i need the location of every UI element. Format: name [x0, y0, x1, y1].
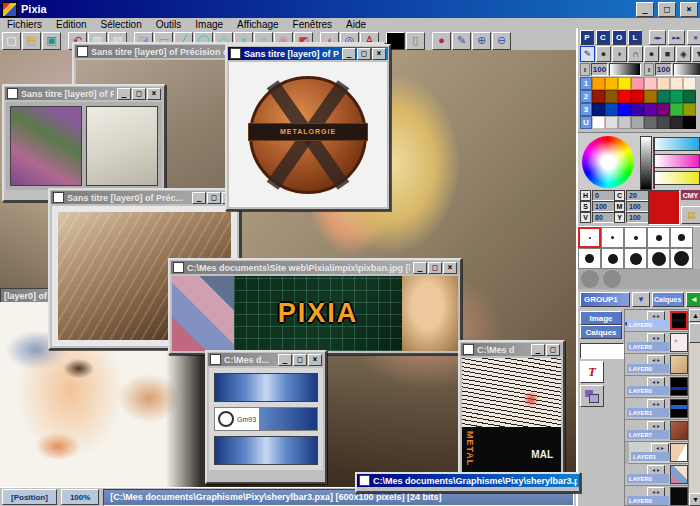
close-button[interactable]: × [372, 48, 386, 60]
save-icon[interactable]: ▣ [42, 32, 61, 50]
pen-tool[interactable]: ✎ [580, 46, 595, 62]
minimize-button[interactable]: _ [413, 262, 427, 274]
value-gradient-bar[interactable] [640, 136, 652, 190]
color-swatch[interactable] [618, 77, 631, 90]
scroll-thumb[interactable] [689, 323, 700, 343]
brush-size[interactable] [670, 227, 693, 248]
density-slider-0[interactable]: ‖100 [580, 63, 641, 76]
calques-button[interactable]: Calques [652, 292, 684, 307]
zoom-level-button[interactable]: 100% [61, 489, 99, 505]
layer-label[interactable]: LAYER1 [627, 408, 669, 417]
layer-thumbnail[interactable] [670, 355, 688, 374]
color-swatch[interactable] [644, 116, 657, 129]
speaker-icon[interactable]: ◄ [686, 292, 700, 307]
zoom-in-icon[interactable]: ⊕ [472, 32, 491, 50]
color-swatch[interactable] [683, 77, 696, 90]
close-button[interactable]: × [147, 88, 161, 100]
layer-row[interactable]: ◄►LAYER7 [625, 420, 689, 442]
open-icon[interactable]: ▤ [22, 32, 41, 50]
layer-label[interactable]: LAYER0 [627, 320, 669, 329]
minimize-button[interactable]: _ [531, 344, 545, 356]
sphere-icon[interactable]: ● [432, 32, 451, 50]
layer-thumbnail[interactable] [670, 487, 688, 506]
window-c[interactable]: Sans titre [layer0] of Préc... _ □ × [2, 84, 166, 202]
group-dropdown[interactable]: GROUP1 [580, 292, 630, 307]
menu-affichage[interactable]: Affichage [230, 19, 286, 30]
color-swatch[interactable] [670, 116, 683, 129]
window-c-title-bar[interactable]: Sans titre [layer0] of Préc... _ □ × [5, 87, 163, 100]
color-swatch[interactable] [683, 103, 696, 116]
h-value[interactable]: 0 [592, 190, 616, 201]
square-tool[interactable]: ■ [660, 46, 675, 62]
brush-size[interactable] [578, 227, 601, 248]
layer-label[interactable]: LAYER0 [627, 364, 669, 373]
layer-label[interactable]: LAYER7 [627, 430, 669, 439]
slider-handle[interactable]: ‖ [580, 63, 590, 76]
density-slider-1[interactable]: ‖100 [644, 63, 700, 76]
maximize-button[interactable]: □ [207, 192, 221, 204]
layer-row[interactable]: ◄►LAYER0 [625, 376, 689, 398]
minimize-button[interactable]: _ [342, 48, 356, 60]
maximize-button[interactable]: □ [132, 88, 146, 100]
brush-size[interactable] [601, 227, 624, 248]
mini-p-button[interactable]: P [580, 30, 594, 45]
color-swatch[interactable] [670, 77, 683, 90]
minimize-button[interactable]: _ [117, 88, 131, 100]
brush-size[interactable] [624, 227, 647, 248]
window-g-canvas[interactable]: METAL MAL [462, 358, 561, 485]
color-swatch[interactable] [657, 103, 670, 116]
window-b-title-bar[interactable]: Sans titre [layer0] of Préc... _ □ × [228, 47, 388, 60]
color-swatch[interactable] [605, 90, 618, 103]
color-swatch[interactable] [670, 90, 683, 103]
window-d-title-bar[interactable]: Sans titre [layer0] of Préc... _ □ × [51, 191, 238, 204]
mini-nav-1-button[interactable]: ►► [668, 30, 685, 45]
pattern-tool[interactable]: ◈ [676, 46, 691, 62]
zoom-out-icon[interactable]: ⊖ [492, 32, 511, 50]
minimize-button[interactable]: _ [278, 354, 292, 366]
tab-image[interactable]: Image [580, 311, 622, 325]
window-f[interactable]: C:\Mes d... _ □ × Gm93 [205, 350, 327, 484]
palette-row-label[interactable]: U [580, 116, 592, 129]
folder-icon[interactable]: ▤ [681, 206, 700, 224]
brush-size[interactable] [670, 248, 693, 269]
window-g[interactable]: C:\Mes d _ □ METAL MAL [458, 340, 565, 489]
c-value[interactable]: 20 [626, 190, 650, 201]
layer-scrollbar[interactable]: ▲ ▼ [688, 309, 700, 506]
layer-thumbnail[interactable] [670, 421, 688, 440]
layer-row[interactable]: ◄►LAYER1 [625, 398, 689, 420]
layer-row[interactable]: ◄►LAYER0 [625, 332, 689, 354]
close-button[interactable]: × [308, 354, 322, 366]
layer-row[interactable]: ◄►LAYER0 [625, 354, 689, 376]
current-color-swatch[interactable] [648, 190, 680, 225]
layer-label[interactable]: LAYER1 [631, 452, 673, 461]
color-swatch[interactable] [605, 116, 618, 129]
mini-o-button[interactable]: O [612, 30, 626, 45]
color-swatch[interactable] [657, 116, 670, 129]
color-swatch[interactable] [592, 90, 605, 103]
brush-size[interactable] [647, 227, 670, 248]
slider-handle[interactable]: ‖ [644, 63, 654, 76]
menu-aide[interactable]: Aide [339, 19, 373, 30]
window-g-title-bar[interactable]: C:\Mes d _ □ [461, 343, 562, 356]
palette-row-label[interactable]: 2 [580, 90, 592, 103]
layer-row[interactable]: ◄►LAYER1 [629, 442, 689, 464]
minimize-button[interactable]: _ [192, 192, 206, 204]
layer-thumbnail[interactable] [670, 377, 688, 396]
window-c-canvas[interactable] [6, 102, 162, 198]
layer-name-input[interactable] [580, 343, 624, 359]
close-button[interactable]: × [443, 262, 457, 274]
scroll-up-icon[interactable]: ▲ [689, 309, 700, 322]
color-swatch[interactable] [644, 90, 657, 103]
window-f-canvas[interactable]: Gm93 [209, 368, 323, 480]
color-swatch[interactable] [618, 103, 631, 116]
mini-nav-0-button[interactable]: ◄► [649, 30, 666, 45]
menu-fenêtres[interactable]: Fenêtres [286, 19, 339, 30]
large-brush[interactable] [581, 270, 599, 288]
layer-label[interactable]: LAYER0 [627, 474, 669, 483]
menu-sélection[interactable]: Sélection [94, 19, 149, 30]
position-button[interactable]: [Position] [2, 489, 57, 505]
color-swatch[interactable] [631, 103, 644, 116]
window-h-title-bar[interactable]: C:\Mes documents\Graphisme\Pixy\sherylba… [357, 474, 579, 487]
brush-size[interactable] [601, 248, 624, 269]
window-e[interactable]: C:\Mes documents\Site web\Pixia\impix\pi… [168, 258, 462, 355]
